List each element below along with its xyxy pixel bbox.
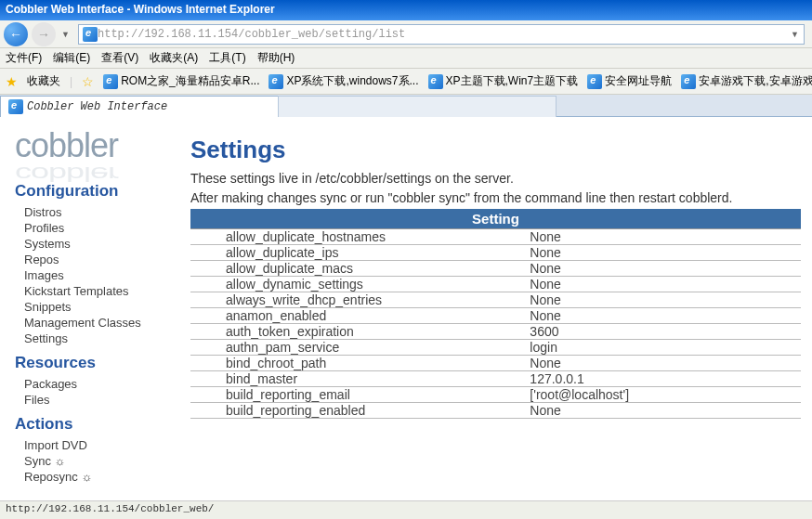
setting-key: allow_duplicate_macs [190, 260, 526, 276]
sidebar-action-link[interactable]: Sync ☼ [15, 453, 190, 469]
sidebar-config-link[interactable]: Kickstart Templates [15, 283, 190, 299]
setting-key: allow_duplicate_ips [190, 244, 526, 260]
fav-link[interactable]: XP系统下载,windows7系... [268, 73, 418, 89]
table-row[interactable]: auth_token_expiration3600 [190, 323, 801, 339]
fav-text: 安全网址导航 [605, 73, 672, 89]
browser-tab[interactable]: Cobbler Web Interface [0, 96, 279, 117]
page-icon [587, 74, 602, 89]
settings-description-2: After making changes sync or run "cobble… [190, 189, 801, 207]
table-row[interactable]: anamon_enabledNone [190, 307, 801, 323]
page-icon [268, 74, 283, 89]
cobbler-logo: cobbler cobbler [15, 126, 190, 165]
setting-value: None [526, 228, 801, 244]
sidebar-resource-link[interactable]: Packages [15, 376, 190, 392]
ie-icon [83, 27, 98, 42]
page-title: Settings [190, 136, 801, 164]
table-row[interactable]: always_write_dhcp_entriesNone [190, 292, 801, 307]
column-header-setting: Setting [190, 209, 801, 229]
setting-key: anamon_enabled [190, 307, 526, 323]
favorites-bar: ★ 收藏夹 | ☆ ROM之家_海量精品安卓R... XP系统下载,window… [0, 69, 812, 95]
setting-value: ['root@localhost'] [526, 386, 801, 402]
table-row[interactable]: allow_duplicate_ipsNone [190, 244, 801, 260]
new-tab-button[interactable] [278, 96, 557, 117]
sidebar-config-link[interactable]: Snippets [15, 299, 190, 315]
table-row[interactable]: allow_dynamic_settingsNone [190, 276, 801, 292]
favorites-label[interactable]: 收藏夹 [27, 73, 60, 89]
fav-link[interactable]: 安卓游戏下载,安卓游戏... [681, 73, 812, 89]
setting-value: None [526, 307, 801, 323]
main-panel: Settings These settings live in /etc/cob… [190, 117, 812, 500]
fav-link[interactable]: ROM之家_海量精品安卓R... [103, 73, 259, 89]
menu-view[interactable]: 查看(V) [101, 50, 138, 66]
address-bar[interactable]: ▼ [78, 24, 805, 45]
menu-tools[interactable]: 工具(T) [209, 50, 245, 66]
fav-text: ROM之家_海量精品安卓R... [121, 73, 259, 89]
setting-key: authn_pam_service [190, 339, 526, 355]
page-icon [428, 74, 443, 89]
sidebar-config-link[interactable]: Images [15, 267, 190, 283]
forward-button: → [32, 22, 56, 46]
sidebar-config-link[interactable]: Systems [15, 236, 190, 252]
menu-edit[interactable]: 编辑(E) [53, 50, 90, 66]
sidebar-config-link[interactable]: Repos [15, 252, 190, 267]
setting-value: None [526, 276, 801, 292]
url-dropdown[interactable]: ▼ [789, 30, 800, 39]
sidebar-config-link[interactable]: Settings [15, 331, 190, 346]
page-content: cobbler cobbler Configuration DistrosPro… [0, 117, 812, 500]
url-input[interactable] [98, 28, 789, 41]
table-row[interactable]: allow_duplicate_hostnamesNone [190, 228, 801, 244]
nav-toolbar: ← → ▼ ▼ [0, 20, 812, 48]
setting-value: login [526, 339, 801, 355]
setting-value: None [526, 402, 801, 418]
setting-key: allow_duplicate_hostnames [190, 228, 526, 244]
nav-history-dropdown[interactable]: ▼ [59, 30, 71, 39]
setting-value: None [526, 355, 801, 370]
setting-value: 127.0.0.1 [526, 370, 801, 386]
sidebar-config-link[interactable]: Profiles [15, 220, 190, 236]
tab-bar: Cobbler Web Interface [0, 95, 812, 117]
setting-value: None [526, 292, 801, 307]
fav-text: 安卓游戏下载,安卓游戏... [699, 73, 812, 89]
nav-heading-resources: Resources [15, 354, 190, 372]
setting-key: auth_token_expiration [190, 323, 526, 339]
setting-value: 3600 [526, 323, 801, 339]
fav-text: XP系统下载,windows7系... [286, 73, 418, 89]
star-icon: ☆ [82, 74, 94, 89]
table-row[interactable]: build_reporting_email['root@localhost'] [190, 386, 801, 402]
status-text: http://192.168.11.154/cobbler_web/ [6, 503, 214, 514]
sidebar-config-link[interactable]: Distros [15, 204, 190, 220]
sidebar-config-link[interactable]: Management Classes [15, 315, 190, 331]
settings-table: Setting allow_duplicate_hostnamesNoneall… [190, 209, 801, 419]
table-row[interactable]: allow_duplicate_macsNone [190, 260, 801, 276]
page-icon [8, 99, 23, 114]
table-row[interactable]: authn_pam_servicelogin [190, 339, 801, 355]
menu-bar: 文件(F) 编辑(E) 查看(V) 收藏夹(A) 工具(T) 帮助(H) [0, 48, 812, 69]
menu-file[interactable]: 文件(F) [6, 50, 42, 66]
window-titlebar: Cobbler Web Interface - Windows Internet… [0, 0, 812, 20]
separator: | [70, 75, 72, 88]
setting-key: build_reporting_enabled [190, 402, 526, 418]
sidebar-resource-link[interactable]: Files [15, 392, 190, 408]
sidebar-action-link[interactable]: Reposync ☼ [15, 469, 190, 485]
table-row[interactable]: bind_master127.0.0.1 [190, 370, 801, 386]
fav-link[interactable]: XP主题下载,Win7主题下载 [428, 73, 579, 89]
star-icon: ★ [6, 74, 18, 89]
fav-link[interactable]: 安全网址导航 [587, 73, 672, 89]
setting-key: bind_master [190, 370, 526, 386]
menu-favorites[interactable]: 收藏夹(A) [150, 50, 198, 66]
menu-help[interactable]: 帮助(H) [257, 50, 295, 66]
sidebar-action-link[interactable]: Import DVD [15, 437, 190, 453]
setting-key: allow_dynamic_settings [190, 276, 526, 292]
setting-key: always_write_dhcp_entries [190, 292, 526, 307]
back-button[interactable]: ← [4, 22, 28, 46]
setting-value: None [526, 244, 801, 260]
tab-title: Cobbler Web Interface [27, 100, 167, 113]
status-bar: http://192.168.11.154/cobbler_web/ [0, 500, 812, 519]
table-row[interactable]: bind_chroot_pathNone [190, 355, 801, 370]
sidebar: cobbler cobbler Configuration DistrosPro… [0, 117, 190, 500]
settings-description-1: These settings live in /etc/cobbler/sett… [190, 170, 801, 188]
setting-key: bind_chroot_path [190, 355, 526, 370]
table-row[interactable]: build_reporting_enabledNone [190, 402, 801, 418]
fav-text: XP主题下载,Win7主题下载 [446, 73, 579, 89]
nav-heading-actions: Actions [15, 415, 190, 434]
